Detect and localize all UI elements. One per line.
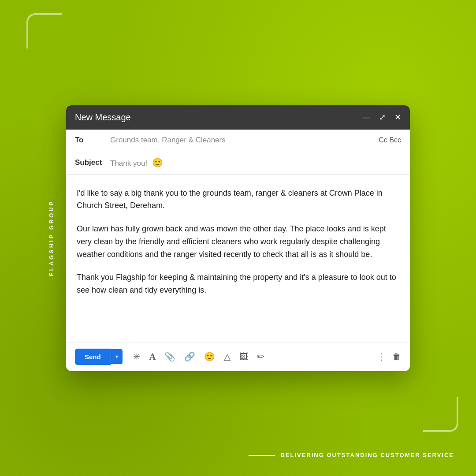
send-button-group: Send ▾ xyxy=(75,349,123,365)
window-controls: — ⤢ ✕ xyxy=(362,113,401,121)
send-button[interactable]: Send xyxy=(75,349,111,365)
attach-file-icon[interactable]: 📎 xyxy=(163,350,177,364)
drive-icon[interactable]: △ xyxy=(222,350,232,364)
to-field-row: To Grounds team, Ranger & Cleaners Cc Bc… xyxy=(75,130,401,151)
bottom-tagline: DELIVERING OUTSTANDING CUSTOMER SERVICE xyxy=(249,452,454,458)
pencil-icon[interactable]: ✏ xyxy=(255,350,266,364)
subject-field-row: Subject Thank you! 🙂 xyxy=(75,151,401,174)
sidebar-brand-label: FLAGSHIP GROUP xyxy=(48,200,55,276)
corner-decoration-tl xyxy=(26,13,62,48)
email-body[interactable]: I'd like to say a big thank you to the g… xyxy=(66,175,410,342)
subject-emoji: 🙂 xyxy=(152,158,163,167)
subject-text: Thank you! xyxy=(110,159,147,167)
to-value[interactable]: Grounds team, Ranger & Cleaners xyxy=(110,136,379,145)
close-button[interactable]: ✕ xyxy=(394,113,401,121)
insert-link-icon[interactable]: 🔗 xyxy=(182,350,197,364)
insert-photo-icon[interactable]: 🖼 xyxy=(238,350,250,364)
ai-icon[interactable]: ✳ xyxy=(131,350,142,364)
minimize-button[interactable]: — xyxy=(362,113,370,121)
email-header-fields: To Grounds team, Ranger & Cleaners Cc Bc… xyxy=(66,130,410,175)
format-text-icon[interactable]: A xyxy=(148,350,157,364)
more-options-icon[interactable]: ⋮ xyxy=(377,351,386,362)
subject-label: Subject xyxy=(75,158,110,167)
maximize-button[interactable]: ⤢ xyxy=(379,113,386,121)
toolbar-right-controls: ⋮ 🗑 xyxy=(377,351,401,362)
body-paragraph-3: Thank you Flagship for keeping & maintai… xyxy=(77,271,399,297)
email-toolbar: Send ▾ ✳ A 📎 🔗 🙂 △ 🖼 ✏ ⋮ 🗑 xyxy=(66,342,410,371)
insert-emoji-icon[interactable]: 🙂 xyxy=(202,350,217,364)
title-bar: New Message — ⤢ ✕ xyxy=(66,105,410,130)
body-paragraph-2: Our lawn has fully grown back and was mo… xyxy=(77,223,399,260)
email-compose-window: New Message — ⤢ ✕ To Grounds team, Range… xyxy=(66,105,410,371)
body-paragraph-1: I'd like to say a big thank you to the g… xyxy=(77,187,399,212)
cc-bcc-label[interactable]: Cc Bcc xyxy=(379,136,401,144)
window-title: New Message xyxy=(75,112,131,123)
to-label: To xyxy=(75,136,110,145)
corner-decoration-br xyxy=(423,397,458,432)
subject-value[interactable]: Thank you! 🙂 xyxy=(110,157,401,168)
send-dropdown-button[interactable]: ▾ xyxy=(111,349,123,364)
delete-icon[interactable]: 🗑 xyxy=(392,352,401,362)
